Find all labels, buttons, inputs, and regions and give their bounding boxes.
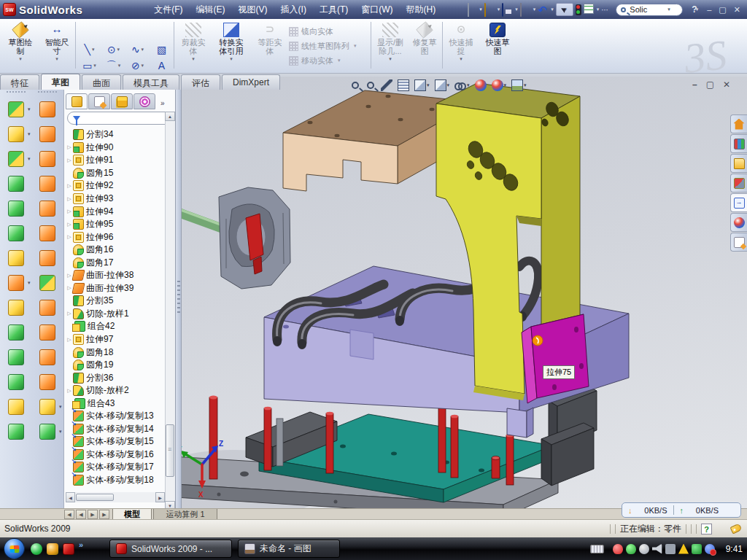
tab-0[interactable]: 特征 [0,74,39,90]
mold-tool-7[interactable] [39,275,55,291]
tab-3[interactable]: 模具工具 [123,74,179,90]
toolbar-grip[interactable] [7,91,26,95]
toolbar-grip[interactable] [38,91,57,95]
edit-appearance[interactable] [475,79,487,91]
rebuild-stoplight-icon[interactable] [576,4,581,15]
tray-cert-icon[interactable] [639,544,649,554]
open-icon[interactable] [484,3,486,17]
taskpane-view-palette[interactable] [730,193,747,212]
mirror-entities-button[interactable]: 镜向实体 [289,25,333,38]
doc-restore-button[interactable]: ▢ [706,79,714,90]
dropdown-arrow[interactable]: ▾ [427,82,430,88]
search-input[interactable] [630,5,667,14]
dropdown-arrow[interactable]: ▾ [551,7,554,12]
dropdown-arrow[interactable]: ▾ [93,63,96,69]
dropdown-arrow[interactable]: ▾ [338,58,341,63]
features-tool-7[interactable] [8,275,24,291]
menu-item-1[interactable]: 编辑(E) [190,1,231,18]
dropdown-arrow[interactable]: ▾ [460,56,462,62]
tree-item-14[interactable]: ▷切除-放样1 [66,308,165,321]
features-tool-4[interactable] [8,201,24,217]
mold-tool-12[interactable] [39,399,55,415]
taskpane-toolbox[interactable] [730,174,747,192]
minimize-button[interactable]: – [707,5,711,15]
taskbar-item-solidworks[interactable]: SolidWorks 2009 - ... [109,540,232,558]
taskbar-item-paint[interactable]: 未命名 - 画图 [238,540,340,558]
tree-item-2[interactable]: ▷拉伸91 [66,154,165,167]
tree-item-3[interactable]: 圆角15 [66,167,165,180]
tray-antivirus-icon[interactable] [692,544,702,554]
mold-tool-8[interactable] [39,300,55,316]
tree-item-21[interactable]: 组合43 [66,397,165,410]
features-tool-0[interactable] [8,101,24,117]
scroll-right-button[interactable]: ▶ [155,492,165,502]
rapid-sketch-button[interactable]: 快速草 图 [480,21,515,71]
quicklaunch-solidworks[interactable] [63,543,74,555]
sketch-entity-rectangle[interactable]: ▭▾ [77,58,101,74]
view-annotations[interactable]: ▾ [511,79,527,91]
tree-item-4[interactable]: ▷拉伸92 [66,179,165,192]
doc-close-button[interactable]: ✕ [723,79,730,90]
dropdown-arrow[interactable]: ▾ [117,47,120,52]
restore-button[interactable]: ▢ [719,5,726,15]
tree-item-22[interactable]: 实体-移动/复制13 [66,410,165,423]
tree-filter-box[interactable] [67,112,174,125]
dropdown-arrow[interactable]: ▾ [498,7,500,12]
scroll-left-button[interactable]: ◀ [66,492,75,502]
convert-entities-button[interactable]: 转换实 体引用 ▾ [212,21,251,71]
tree-item-11[interactable]: ▷曲面-拉伸38 [66,269,165,282]
display-style[interactable]: ▾ [414,79,430,91]
hide-show-items[interactable]: ▾ [454,79,470,91]
mold-tool-5[interactable] [39,225,55,241]
taskpane-solidworks-resources[interactable] [730,114,747,133]
quick-snaps-button[interactable]: ⊙ 快速捕 捉 ▾ [445,21,477,71]
toolbar-overflow-icon[interactable]: ⋯ [601,6,608,14]
features-tool-3[interactable] [8,176,24,192]
tab-dimxpertmanager[interactable] [133,93,155,109]
taskpane-file-explorer[interactable] [730,154,747,173]
tab-featuremanager[interactable] [66,93,88,109]
tray-volume-icon[interactable] [652,544,662,554]
tab-2[interactable]: 曲面 [82,74,121,90]
tree-item-27[interactable]: 实体-移动/复制18 [66,474,165,487]
tray-security-red-icon[interactable] [613,544,623,554]
tab-configurationmanager[interactable] [111,93,133,109]
mold-tool-3[interactable] [39,176,55,192]
undo-icon[interactable]: ↶ [538,4,547,16]
dropdown-arrow[interactable]: ▾ [142,47,144,52]
graphics-viewport[interactable]: Y Z X ▾▾▾▾▾ – ▢ ✕ 拉伸75 [182,77,747,508]
panel-overflow-button[interactable]: » [160,99,165,107]
features-tool-2[interactable] [8,151,24,167]
dropdown-arrow[interactable]: ▾ [142,63,144,69]
sketch-entity-circle[interactable]: ⊙▾ [101,42,125,58]
dropdown-arrow[interactable]: ▾ [28,106,31,112]
tab-model[interactable]: 模型 [112,509,152,520]
first-tab-button[interactable]: ◀ [64,510,74,519]
tree-item-9[interactable]: 圆角16 [66,244,165,257]
tab-motion-study[interactable]: 运动算例 1 [153,509,217,520]
sketch-entity-spline[interactable]: ∿▾ [125,42,150,58]
sketch-entity-select-region[interactable]: ▧ [150,42,174,58]
tree-item-1[interactable]: ▷拉伸90 [66,141,165,155]
dropdown-arrow[interactable]: ▾ [28,131,31,137]
tray-msn-icon[interactable] [705,544,715,554]
taskpane-appearances-scenes[interactable] [730,213,747,232]
quicklaunch-overflow-icon[interactable]: » [79,540,83,549]
tab-5[interactable]: DimXpert [222,74,280,90]
tree-item-26[interactable]: 实体-移动/复制17 [66,461,165,474]
mold-tool-13[interactable] [39,424,55,440]
menu-item-0[interactable]: 文件(F) [148,1,188,18]
linear-sketch-pattern-button[interactable]: 线性草图阵列 ▾ [289,39,357,52]
dropdown-arrow[interactable]: ▾ [467,82,470,88]
menu-item-5[interactable]: 窗口(W) [355,1,398,18]
start-button[interactable] [4,538,25,559]
prev-tab-button[interactable]: ◀ [76,510,86,519]
tree-item-17[interactable]: 圆角18 [66,346,165,359]
features-tool-13[interactable] [8,424,24,440]
zoom-to-fit[interactable] [350,80,360,90]
dropdown-arrow[interactable]: ▾ [59,429,62,435]
dropdown-arrow[interactable]: ▾ [533,7,536,12]
features-tool-10[interactable] [8,349,24,365]
tray-keyboard-icon[interactable] [590,545,604,553]
quicklaunch-live[interactable] [47,543,58,555]
